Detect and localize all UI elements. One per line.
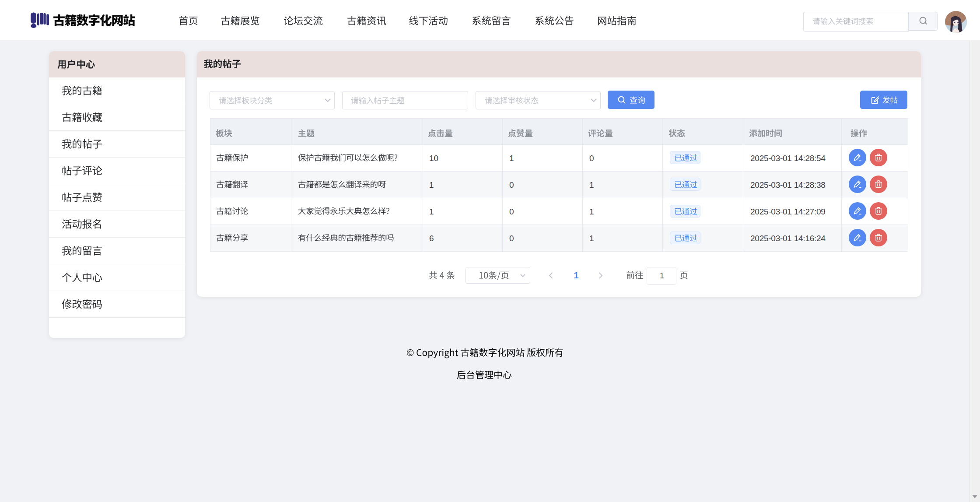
svg-text:1: 1 xyxy=(429,180,434,190)
svg-text:1: 1 xyxy=(589,234,594,243)
svg-text:6: 6 xyxy=(429,234,434,243)
svg-text:1: 1 xyxy=(660,271,665,280)
svg-text:10: 10 xyxy=(429,154,438,163)
svg-text:0: 0 xyxy=(509,207,514,216)
svg-text:0: 0 xyxy=(509,234,514,243)
svg-text:1: 1 xyxy=(429,207,434,216)
svg-text:1: 1 xyxy=(589,180,594,190)
svg-text:1: 1 xyxy=(589,207,594,216)
svg-text:0: 0 xyxy=(589,154,594,163)
svg-text:2025-03-01 14:27:09: 2025-03-01 14:27:09 xyxy=(750,207,826,216)
svg-text:0: 0 xyxy=(509,180,514,190)
svg-text:1: 1 xyxy=(509,154,514,163)
svg-text:2025-03-01 14:16:24: 2025-03-01 14:16:24 xyxy=(750,234,826,243)
svg-text:2025-03-01 14:28:38: 2025-03-01 14:28:38 xyxy=(750,180,826,190)
svg-text:2025-03-01 14:28:54: 2025-03-01 14:28:54 xyxy=(750,154,826,163)
